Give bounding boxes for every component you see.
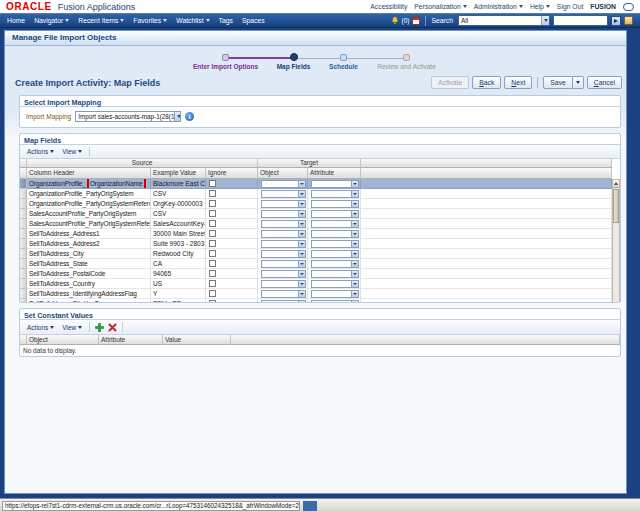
row-header[interactable] <box>20 249 27 259</box>
col-attribute[interactable]: Attribute <box>308 168 361 179</box>
navbar-item[interactable]: Home <box>7 17 25 24</box>
advanced-search-icon[interactable] <box>624 16 633 25</box>
col-example-value[interactable]: Example Value <box>151 168 206 179</box>
attribute-select[interactable] <box>311 290 359 298</box>
row-header[interactable] <box>20 229 27 239</box>
row-header[interactable] <box>20 289 27 299</box>
search-scope-select[interactable]: All <box>458 15 550 26</box>
table-row[interactable]: SellToAddress_Address1 30000 Main Street <box>20 229 612 239</box>
attribute-select[interactable] <box>311 260 359 268</box>
view-menu[interactable]: View <box>59 324 85 331</box>
delete-row-icon[interactable] <box>107 322 118 333</box>
attribute-select[interactable] <box>311 210 359 218</box>
row-header[interactable] <box>20 259 27 269</box>
row-header[interactable] <box>20 199 27 209</box>
cancel-button[interactable]: Cancel <box>587 76 622 89</box>
ignore-checkbox[interactable] <box>209 290 216 297</box>
info-icon[interactable]: i <box>185 112 194 121</box>
ignore-checkbox[interactable] <box>209 230 216 237</box>
scroll-up-icon[interactable] <box>613 180 619 188</box>
object-select[interactable] <box>261 230 306 238</box>
attribute-select[interactable] <box>311 280 359 288</box>
activate-button[interactable]: Activate <box>431 76 469 89</box>
col-column-header[interactable]: Column Header <box>27 168 151 179</box>
attribute-select[interactable] <box>311 180 359 188</box>
row-header[interactable] <box>20 179 27 189</box>
navbar-item[interactable]: Recent Items <box>78 17 124 24</box>
attribute-select[interactable] <box>311 240 359 248</box>
global-header-link[interactable]: Help <box>530 3 550 10</box>
row-header[interactable] <box>20 299 27 303</box>
train-step[interactable]: Enter Import Options <box>190 54 262 72</box>
attribute-select[interactable] <box>311 200 359 208</box>
navbar-item[interactable]: Favorites <box>133 17 167 24</box>
ignore-checkbox[interactable] <box>209 190 216 197</box>
save-button[interactable]: Save <box>543 76 573 89</box>
table-row[interactable]: SellToAddress_State CA <box>20 259 612 269</box>
table-row[interactable]: OrganizationProfile_PartyOrigSystemRefer… <box>20 199 612 209</box>
navbar-item[interactable]: Tags <box>219 17 233 24</box>
train-step[interactable]: Map Fields <box>272 54 316 72</box>
ignore-checkbox[interactable] <box>209 240 216 247</box>
table-scrollbar[interactable] <box>612 179 620 303</box>
calendar-icon[interactable] <box>412 17 420 25</box>
ignore-checkbox[interactable] <box>209 260 216 267</box>
next-button[interactable]: Next <box>504 76 532 89</box>
ignore-checkbox[interactable] <box>209 210 216 217</box>
attribute-select[interactable] <box>311 230 359 238</box>
row-header[interactable] <box>20 189 27 199</box>
navbar-item[interactable]: Navigator <box>34 17 69 24</box>
table-row[interactable]: SalesAccountProfile_PartyOrigSystem CSV <box>20 209 612 219</box>
row-header[interactable] <box>20 219 27 229</box>
train-step[interactable]: Schedule <box>326 54 362 72</box>
col-attribute[interactable]: Attribute <box>99 335 163 345</box>
attribute-select[interactable] <box>311 190 359 198</box>
user-avatar-icon[interactable] <box>623 3 634 11</box>
ignore-checkbox[interactable] <box>209 280 216 287</box>
global-header-link[interactable]: Accessibility <box>370 3 407 10</box>
object-select[interactable] <box>261 260 306 268</box>
col-ignore[interactable]: Ignore <box>206 168 258 179</box>
col-object[interactable]: Object <box>27 335 99 345</box>
col-object[interactable]: Object <box>258 168 308 179</box>
actions-menu[interactable]: Actions <box>24 324 57 331</box>
view-menu[interactable]: View <box>59 148 85 155</box>
row-header[interactable] <box>20 239 27 249</box>
attribute-select[interactable] <box>311 220 359 228</box>
object-select[interactable] <box>261 300 306 304</box>
ignore-checkbox[interactable] <box>209 300 216 303</box>
global-header-link[interactable]: Sign Out <box>557 3 583 10</box>
object-select[interactable] <box>261 210 306 218</box>
ignore-checkbox[interactable] <box>209 250 216 257</box>
col-value[interactable]: Value <box>163 335 231 345</box>
ignore-checkbox[interactable] <box>209 220 216 227</box>
attribute-select[interactable] <box>311 250 359 258</box>
table-row[interactable]: OrganizationProfile_PartyOrigSystem CSV <box>20 189 612 199</box>
ignore-checkbox[interactable] <box>209 200 216 207</box>
attribute-select[interactable] <box>311 300 359 304</box>
global-header-link[interactable]: Administration <box>474 3 523 10</box>
row-header[interactable] <box>20 269 27 279</box>
navbar-item[interactable]: Spaces <box>242 17 265 24</box>
table-row[interactable]: SellToAddress_SiteUseType SELL_TO <box>20 299 612 303</box>
search-input[interactable] <box>553 15 608 26</box>
object-select[interactable] <box>261 280 306 288</box>
attribute-select[interactable] <box>311 270 359 278</box>
object-select[interactable] <box>261 250 306 258</box>
table-row[interactable]: SellToAddress_City Redwood City <box>20 249 612 259</box>
notifications-bell-icon[interactable] <box>391 16 399 25</box>
global-header-link[interactable]: Personalization <box>414 3 466 10</box>
save-dropdown-icon[interactable] <box>573 76 584 89</box>
object-select[interactable] <box>261 200 306 208</box>
actions-menu[interactable]: Actions <box>24 148 57 155</box>
table-row[interactable]: OrganizationProfile_OrganizationName Bla… <box>20 179 612 189</box>
object-select[interactable] <box>261 190 306 198</box>
row-header[interactable] <box>20 209 27 219</box>
scrollbar-thumb[interactable] <box>613 189 619 223</box>
ignore-checkbox[interactable] <box>209 180 216 187</box>
table-row[interactable]: SellToAddress_PostalCode 94065 <box>20 269 612 279</box>
train-step[interactable]: Review and Activate <box>372 54 442 72</box>
back-button[interactable]: Back <box>472 76 501 89</box>
object-select[interactable] <box>261 270 306 278</box>
table-row[interactable]: SalesAccountProfile_PartyOrigSystemRefer… <box>20 219 612 229</box>
